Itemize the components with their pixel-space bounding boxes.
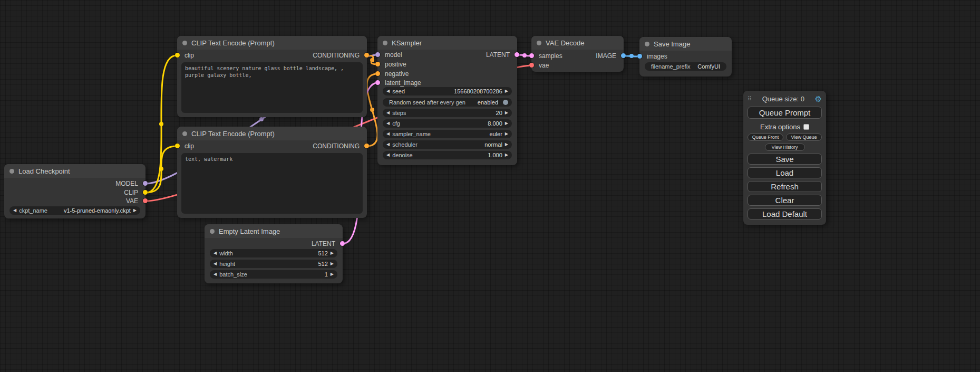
- collapse-dot-icon[interactable]: [182, 131, 187, 136]
- output-port-image[interactable]: [621, 53, 626, 58]
- collapse-dot-icon[interactable]: [210, 229, 215, 234]
- load-default-button[interactable]: Load Default: [748, 208, 822, 220]
- node-title-bar[interactable]: VAE Decode: [531, 36, 624, 50]
- increment-icon[interactable]: [505, 119, 508, 128]
- output-port-model[interactable]: [143, 181, 148, 186]
- node-title-bar[interactable]: Empty Latent Image: [205, 224, 343, 238]
- wire-clip-positive: [146, 55, 177, 193]
- output-port-clip[interactable]: [143, 190, 148, 195]
- output-port-latent[interactable]: [515, 52, 519, 57]
- input-label-model: model: [385, 51, 402, 59]
- input-port-vae[interactable]: [529, 63, 534, 68]
- extra-options-checkbox[interactable]: [803, 124, 809, 130]
- widget-ckpt-name[interactable]: ckpt_name v1-5-pruned-emaonly.ckpt: [9, 206, 140, 215]
- clear-button[interactable]: Clear: [748, 195, 822, 206]
- input-port-positive[interactable]: [375, 62, 380, 66]
- node-load-checkpoint[interactable]: Load Checkpoint MODEL CLIP VAE ckpt_name…: [4, 164, 145, 218]
- increment-icon[interactable]: [133, 206, 137, 215]
- widget-name: height: [219, 261, 235, 267]
- wire-midpoint-dot: [370, 108, 374, 112]
- wire-clip-negative: [146, 146, 177, 193]
- node-title-bar[interactable]: Load Checkpoint: [4, 164, 145, 178]
- queue-prompt-button[interactable]: Queue Prompt: [748, 107, 822, 119]
- increment-icon[interactable]: [331, 249, 334, 257]
- input-port-clip[interactable]: [175, 53, 180, 58]
- widget-denoise[interactable]: denoise 1.000: [383, 151, 512, 159]
- node-clip-text-encode-positive[interactable]: CLIP Text Encode (Prompt) clip CONDITION…: [177, 36, 367, 117]
- node-title-bar[interactable]: KSampler: [377, 36, 517, 50]
- node-graph-canvas[interactable]: Load Checkpoint MODEL CLIP VAE ckpt_name…: [0, 0, 980, 372]
- decrement-icon[interactable]: [386, 87, 390, 96]
- increment-icon[interactable]: [331, 270, 334, 279]
- collapse-dot-icon[interactable]: [383, 41, 387, 45]
- output-label-conditioning: CONDITIONING: [313, 52, 360, 59]
- load-button[interactable]: Load: [748, 167, 822, 178]
- decrement-icon[interactable]: [13, 206, 16, 215]
- output-port-latent[interactable]: [340, 241, 345, 246]
- widget-cfg[interactable]: cfg 8.000: [383, 119, 512, 128]
- collapse-dot-icon[interactable]: [645, 42, 649, 46]
- widget-random-seed[interactable]: Random seed after every gen enabled: [383, 98, 512, 107]
- widget-value: 20: [496, 110, 502, 116]
- output-port-conditioning[interactable]: [364, 144, 369, 148]
- input-port-latent-image[interactable]: [375, 80, 380, 85]
- node-ksampler[interactable]: KSampler model positive negative latent_…: [377, 36, 517, 165]
- widget-value: 512: [318, 261, 327, 267]
- widget-seed[interactable]: seed 156680208700286: [383, 87, 512, 96]
- widget-batch-size[interactable]: batch_size 1: [210, 270, 337, 279]
- node-title-bar[interactable]: Save Image: [639, 37, 732, 51]
- input-port-images[interactable]: [637, 54, 642, 59]
- widget-height[interactable]: height 512: [210, 260, 337, 268]
- decrement-icon[interactable]: [214, 260, 217, 268]
- view-queue-button[interactable]: View Queue: [786, 133, 822, 141]
- output-port-conditioning[interactable]: [364, 53, 369, 58]
- node-empty-latent-image[interactable]: Empty Latent Image LATENT width 512 heig…: [205, 224, 343, 283]
- toggle-knob-icon[interactable]: [503, 100, 508, 105]
- node-title-bar[interactable]: CLIP Text Encode (Prompt): [177, 127, 367, 140]
- node-save-image[interactable]: Save Image images filename_prefix ComfyU…: [639, 37, 732, 77]
- refresh-button[interactable]: Refresh: [748, 181, 822, 192]
- increment-icon[interactable]: [505, 140, 508, 149]
- input-port-negative[interactable]: [375, 71, 380, 76]
- collapse-dot-icon[interactable]: [537, 41, 541, 45]
- widget-steps[interactable]: steps 20: [383, 109, 512, 117]
- save-button[interactable]: Save: [748, 154, 822, 165]
- node-clip-text-encode-negative[interactable]: CLIP Text Encode (Prompt) clip CONDITION…: [177, 127, 367, 218]
- collapse-dot-icon[interactable]: [9, 169, 14, 174]
- increment-icon[interactable]: [505, 130, 508, 138]
- output-label-conditioning: CONDITIONING: [313, 142, 360, 150]
- decrement-icon[interactable]: [214, 270, 217, 279]
- increment-icon[interactable]: [505, 151, 508, 159]
- decrement-icon[interactable]: [386, 109, 390, 117]
- widget-width[interactable]: width 512: [210, 249, 337, 257]
- prompt-textarea[interactable]: beautiful scenery nature glass bottle la…: [181, 62, 363, 113]
- output-label-vae: VAE: [126, 197, 138, 205]
- settings-gear-icon[interactable]: [815, 95, 822, 103]
- collapse-dot-icon[interactable]: [182, 41, 187, 45]
- drag-handle-icon[interactable]: [748, 96, 752, 102]
- prompt-textarea[interactable]: text, watermark: [181, 153, 363, 214]
- queue-front-button[interactable]: Queue Front: [748, 133, 783, 141]
- increment-icon[interactable]: [505, 109, 508, 117]
- node-title-bar[interactable]: CLIP Text Encode (Prompt): [177, 36, 367, 50]
- output-port-vae[interactable]: [143, 198, 148, 203]
- widget-scheduler[interactable]: scheduler normal: [383, 140, 512, 149]
- decrement-icon[interactable]: [386, 140, 390, 149]
- widget-filename-prefix[interactable]: filename_prefix ComfyUI: [645, 62, 726, 71]
- widget-sampler-name[interactable]: sampler_name euler: [383, 130, 512, 138]
- input-label-clip: clip: [185, 142, 194, 150]
- decrement-icon[interactable]: [386, 119, 390, 128]
- decrement-icon[interactable]: [386, 151, 390, 159]
- input-port-model[interactable]: [375, 52, 380, 57]
- decrement-icon[interactable]: [386, 130, 390, 138]
- node-title: Save Image: [654, 40, 690, 48]
- input-port-clip[interactable]: [175, 144, 180, 148]
- decrement-icon[interactable]: [214, 249, 217, 257]
- view-history-button[interactable]: View History: [765, 144, 805, 151]
- input-port-samples[interactable]: [529, 53, 534, 58]
- node-vae-decode[interactable]: VAE Decode samples vae IMAGE: [531, 36, 624, 72]
- widget-name: scheduler: [392, 141, 418, 148]
- increment-icon[interactable]: [505, 87, 508, 96]
- increment-icon[interactable]: [331, 260, 334, 268]
- output-label-latent: LATENT: [312, 240, 335, 247]
